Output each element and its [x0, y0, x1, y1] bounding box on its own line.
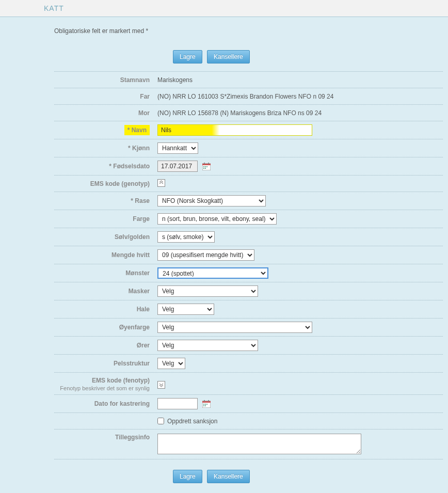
label-ems-genotyp: EMS kode (genotyp)	[54, 180, 157, 187]
value-orer-wrapper: Velg	[157, 340, 443, 351]
label-farge: Farge	[54, 215, 157, 222]
row-kjonn: * Kjønn Hannkatt	[54, 139, 443, 157]
value-pelsstruktur-wrapper: Velg	[157, 358, 443, 369]
rase-select[interactable]: NFO (Norsk Skogkatt)	[157, 195, 266, 206]
intro-text: Obligatoriske felt er markert med *	[54, 27, 443, 35]
monster-select[interactable]: 24 (spottet)	[157, 267, 268, 279]
navn-input[interactable]	[157, 124, 312, 136]
cancel-button-bottom[interactable]: Kansellere	[207, 470, 250, 483]
row-fodselsdato: * Fødselsdato	[54, 157, 443, 175]
solv-select[interactable]: s (sølv, smoke)	[157, 231, 215, 243]
value-stamnavn: Mariskogens	[157, 76, 443, 84]
masker-select[interactable]: Velg	[157, 285, 258, 297]
collapse-down-icon[interactable]	[157, 381, 165, 389]
kastrering-input[interactable]	[157, 398, 198, 409]
svg-rect-15	[206, 404, 207, 405]
row-tillegg: Tilleggsinfo	[54, 429, 443, 459]
svg-rect-8	[205, 168, 206, 169]
value-monster-wrapper: 24 (spottet)	[157, 267, 443, 279]
value-tillegg-wrapper	[157, 434, 443, 456]
svg-rect-3	[208, 163, 209, 164]
save-button-bottom[interactable]: Lagre	[173, 470, 202, 483]
label-masker: Masker	[54, 288, 157, 295]
label-orer: Ører	[54, 342, 157, 349]
row-ems-genotyp: EMS kode (genotyp)	[54, 175, 443, 192]
value-masker-wrapper: Velg	[157, 285, 443, 297]
value-kjonn-wrapper: Hannkatt	[157, 142, 443, 154]
collapse-up-icon[interactable]	[157, 179, 165, 187]
tillegg-textarea[interactable]	[157, 434, 361, 454]
row-kastrering: Dato for kastrering	[54, 394, 443, 412]
row-ems-fenotyp: EMS kode (fenotyp) Fenotyp beskriver det…	[54, 372, 443, 394]
svg-rect-7	[203, 168, 204, 169]
label-hale: Hale	[54, 306, 157, 313]
row-oppdrett: Oppdrett sanksjon	[54, 412, 443, 429]
subtext-ems-fenotyp: Fenotyp beskriver det som er synlig	[54, 385, 150, 391]
label-tillegg: Tilleggsinfo	[54, 434, 157, 441]
bottom-button-row: Lagre Kansellere	[173, 470, 443, 483]
row-mor: Mor (NO) NRR LO 156878 (N) Mariskogens B…	[54, 104, 443, 121]
label-stamnavn: Stamnavn	[54, 76, 157, 84]
row-pelsstruktur: Pelsstruktur Velg	[54, 354, 443, 372]
value-ems-genotyp-wrapper	[157, 179, 443, 188]
value-far: (NO) NRR LO 161003 S*Zimexis Brandon Flo…	[157, 93, 443, 100]
save-button-top[interactable]: Lagre	[173, 50, 202, 63]
row-masker: Masker Velg	[54, 282, 443, 300]
label-navn: * Navn	[124, 125, 150, 135]
svg-rect-14	[205, 404, 206, 405]
kjonn-select[interactable]: Hannkatt	[157, 142, 198, 154]
label-kastrering: Dato for kastrering	[54, 400, 157, 407]
value-mengde-hvitt-wrapper: 09 (uspesifisert mengde hvitt)	[157, 249, 443, 261]
page-title: KATT	[44, 4, 64, 12]
row-mengde-hvitt: Mengde hvitt 09 (uspesifisert mengde hvi…	[54, 246, 443, 264]
farge-select[interactable]: n (sort, brun, bronse, vilt, ebony, seal…	[157, 213, 277, 225]
value-navn-wrapper	[157, 124, 443, 136]
calendar-icon-2[interactable]	[202, 400, 211, 408]
value-rase-wrapper: NFO (Norsk Skogkatt)	[157, 195, 443, 206]
label-rase: * Rase	[54, 197, 157, 204]
svg-rect-16	[203, 405, 204, 406]
row-solv: Sølv/golden s (sølv, smoke)	[54, 228, 443, 246]
oyenfarge-select[interactable]: Velg	[157, 322, 312, 333]
row-orer: Ører Velg	[54, 336, 443, 354]
calendar-icon[interactable]	[202, 163, 211, 170]
hale-select[interactable]: Velg	[157, 304, 214, 315]
value-ems-fenotyp-wrapper	[157, 377, 443, 390]
svg-rect-2	[204, 163, 205, 164]
label-oyenfarge: Øyenfarge	[54, 324, 157, 331]
label-pelsstruktur: Pelsstruktur	[54, 360, 157, 367]
svg-rect-1	[202, 164, 211, 165]
label-navn-wrapper: * Navn	[54, 125, 157, 135]
label-far: Far	[54, 93, 157, 100]
label-ems-fenotyp: EMS kode (fenotyp)	[92, 377, 150, 384]
value-oyenfarge-wrapper: Velg	[157, 322, 443, 333]
row-navn: * Navn	[54, 121, 443, 139]
value-fodselsdato-wrapper	[157, 161, 443, 172]
svg-rect-17	[205, 405, 206, 406]
svg-rect-4	[203, 166, 204, 167]
svg-rect-11	[204, 400, 205, 402]
row-monster: Mønster 24 (spottet)	[54, 264, 443, 282]
value-farge-wrapper: n (sort, brun, bronse, vilt, ebony, seal…	[157, 213, 443, 225]
row-rase: * Rase NFO (Norsk Skogkatt)	[54, 192, 443, 210]
label-mengde-hvitt: Mengde hvitt	[54, 251, 157, 259]
label-solv: Sølv/golden	[54, 233, 157, 241]
svg-rect-6	[206, 166, 207, 167]
svg-rect-13	[203, 404, 204, 405]
page-header: KATT	[0, 0, 448, 17]
oppdrett-label: Oppdrett sanksjon	[167, 418, 217, 425]
pelsstruktur-select[interactable]: Velg	[157, 358, 185, 369]
cancel-button-top[interactable]: Kansellere	[207, 50, 250, 63]
fodselsdato-input[interactable]	[157, 161, 198, 172]
row-stamnavn: Stamnavn Mariskogens	[54, 71, 443, 88]
orer-select[interactable]: Velg	[157, 340, 258, 351]
value-solv-wrapper: s (sølv, smoke)	[157, 231, 443, 243]
value-oppdrett-wrapper: Oppdrett sanksjon	[157, 418, 443, 425]
label-monster: Mønster	[54, 269, 157, 277]
row-far: Far (NO) NRR LO 161003 S*Zimexis Brandon…	[54, 88, 443, 104]
mengde-hvitt-select[interactable]: 09 (uspesifisert mengde hvitt)	[157, 249, 254, 261]
label-mor: Mor	[54, 109, 157, 117]
label-kjonn: * Kjønn	[54, 145, 157, 152]
oppdrett-checkbox[interactable]	[157, 418, 164, 424]
top-button-row: Lagre Kansellere	[173, 50, 443, 63]
